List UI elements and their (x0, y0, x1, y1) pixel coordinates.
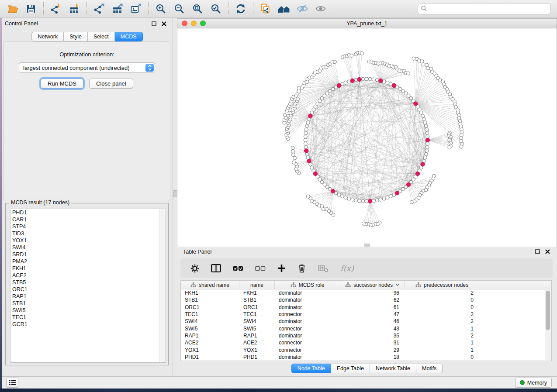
first-neighbors-button[interactable] (275, 1, 293, 16)
table-row-tec1[interactable]: TEC1TEC1connector472 (181, 311, 551, 318)
cell-shared_name[interactable]: STB1 (181, 297, 239, 303)
delete-table-button-disabled[interactable] (318, 265, 329, 272)
table-row-swi5[interactable]: SWI5SWI5connector431 (181, 325, 551, 332)
hide-selected-button[interactable] (293, 1, 311, 16)
cell-predecessor_nodes[interactable]: 1 (405, 347, 479, 353)
duplicate-network-button[interactable] (256, 1, 275, 16)
delete-column-button[interactable] (298, 264, 306, 273)
network-canvas[interactable] (177, 28, 557, 247)
column-header-predecessor-nodes[interactable]: predecessor nodes (405, 281, 479, 289)
cell-successor_nodes[interactable]: 47 (340, 311, 405, 317)
optimization-criterion-select[interactable]: largest connected component (undirected) (19, 62, 155, 73)
cell-successor_nodes[interactable]: 18 (340, 354, 405, 360)
cell-predecessor_nodes[interactable]: 2 (405, 333, 479, 339)
cell-shared_name[interactable]: SWI4 (181, 318, 239, 324)
zoom-fit-button[interactable] (188, 1, 207, 16)
cell-predecessor_nodes[interactable]: 1 (405, 340, 479, 346)
select-all-button[interactable] (233, 266, 243, 271)
cell-name[interactable]: TEC1 (239, 311, 275, 317)
close-window-icon[interactable] (182, 21, 187, 26)
refresh-button[interactable] (232, 1, 250, 16)
cell-mcds_role[interactable]: connector (275, 326, 340, 332)
mcds-result-item[interactable]: RAP1 (10, 293, 166, 300)
mcds-result-item[interactable]: ACE2 (10, 272, 166, 279)
cell-shared_name[interactable]: ORC1 (181, 304, 239, 310)
mcds-result-item[interactable]: FKH1 (10, 265, 166, 272)
cell-shared_name[interactable]: YOX1 (181, 347, 239, 353)
close-panel-button[interactable]: Close panel (89, 79, 133, 89)
table-row-rap1[interactable]: RAP1RAP1dominator352 (181, 332, 551, 339)
float-panel-icon[interactable] (535, 249, 540, 254)
table-row-stb1[interactable]: STB1STB1dominator620 (181, 296, 551, 303)
cell-shared_name[interactable]: FKH1 (181, 290, 239, 296)
show-all-button[interactable] (311, 1, 330, 16)
cell-name[interactable]: PHD1 (239, 354, 275, 360)
cell-successor_nodes[interactable]: 46 (340, 318, 405, 324)
mcds-result-item[interactable]: SWI4 (10, 244, 166, 251)
cell-shared_name[interactable]: RAP1 (181, 333, 239, 339)
cell-shared_name[interactable]: TEC1 (181, 311, 239, 317)
mcds-result-item[interactable]: PHD1 (10, 209, 166, 216)
cell-mcds_role[interactable]: dominator (275, 290, 340, 296)
table-row-swi4[interactable]: SWI4SWI4dominator462 (181, 318, 551, 325)
mcds-result-item[interactable]: ORC1 (10, 286, 166, 293)
mcds-result-item[interactable]: GCR1 (10, 321, 166, 328)
mcds-list-scrollbar[interactable] (159, 209, 166, 362)
column-header-shared-name[interactable]: shared name (181, 281, 239, 289)
export-table-button[interactable] (108, 1, 127, 16)
maximize-window-icon[interactable] (200, 21, 206, 26)
cell-mcds_role[interactable]: dominator (275, 333, 340, 339)
search-input[interactable] (418, 3, 551, 14)
tab-node-table[interactable]: Node Table (291, 364, 331, 373)
close-panel-icon[interactable] (545, 249, 550, 254)
cell-predecessor_nodes[interactable]: 2 (405, 318, 479, 324)
cell-predecessor_nodes[interactable]: 0 (405, 297, 479, 303)
export-image-button[interactable] (127, 1, 145, 16)
mcds-result-item[interactable]: STB1 (10, 300, 166, 307)
cell-shared_name[interactable]: PHD1 (181, 354, 239, 360)
cell-successor_nodes[interactable]: 96 (340, 290, 405, 296)
table-row-phd1[interactable]: PHD1PHD1dominator180 (181, 354, 551, 361)
column-header-name[interactable]: name (239, 281, 275, 289)
cell-name[interactable]: SWI5 (239, 326, 275, 332)
minimize-window-icon[interactable] (191, 21, 197, 26)
cell-mcds_role[interactable]: dominator (275, 318, 340, 324)
cell-mcds_role[interactable]: dominator (275, 354, 340, 360)
mcds-result-item[interactable]: PMA2 (10, 258, 166, 265)
tab-mcds[interactable]: MCDS (115, 32, 143, 41)
tab-network[interactable]: Network (31, 32, 64, 41)
tab-style[interactable]: Style (64, 32, 88, 41)
column-header-successor-nodes[interactable]: successor nodes (340, 281, 405, 289)
cell-predecessor_nodes[interactable]: 2 (405, 290, 479, 296)
task-history-button[interactable] (6, 378, 18, 388)
mcds-result-item[interactable]: TID3 (10, 230, 166, 237)
add-column-button[interactable] (277, 264, 286, 272)
cell-mcds_role[interactable]: dominator (275, 297, 340, 303)
column-header-mcds-role[interactable]: MCDS role (275, 281, 340, 289)
cell-predecessor_nodes[interactable]: 0 (405, 354, 479, 360)
mcds-result-item[interactable]: STP4 (10, 223, 166, 230)
cell-mcds_role[interactable]: dominator (275, 304, 340, 310)
memory-button[interactable]: Memory (515, 378, 552, 388)
cell-name[interactable]: FKH1 (239, 290, 275, 296)
cell-mcds_role[interactable]: connector (275, 340, 340, 346)
cell-predecessor_nodes[interactable]: 1 (405, 326, 479, 332)
run-mcds-button[interactable]: Run MCDS (41, 79, 83, 89)
cell-predecessor_nodes[interactable]: 0 (405, 304, 479, 310)
tab-select[interactable]: Select (88, 32, 115, 41)
mcds-result-item[interactable]: STB5 (10, 279, 166, 286)
open-button[interactable] (3, 1, 22, 16)
cell-successor_nodes[interactable]: 62 (340, 297, 405, 303)
save-button[interactable] (22, 1, 40, 16)
mcds-result-item[interactable]: TEC1 (10, 314, 166, 321)
mcds-result-item[interactable]: CAR1 (10, 216, 166, 223)
import-network-button[interactable] (47, 1, 65, 16)
zoom-in-button[interactable] (152, 1, 170, 16)
mcds-result-item[interactable]: SRD1 (10, 251, 166, 258)
mcds-result-item[interactable]: YOX1 (10, 237, 166, 244)
float-panel-icon[interactable] (152, 21, 156, 26)
cell-successor_nodes[interactable]: 35 (340, 333, 405, 339)
cell-shared_name[interactable]: ACE2 (181, 340, 239, 346)
table-row-fkh1[interactable]: FKH1FKH1dominator962 (181, 289, 551, 296)
mcds-result-item[interactable]: SWI5 (10, 307, 166, 314)
